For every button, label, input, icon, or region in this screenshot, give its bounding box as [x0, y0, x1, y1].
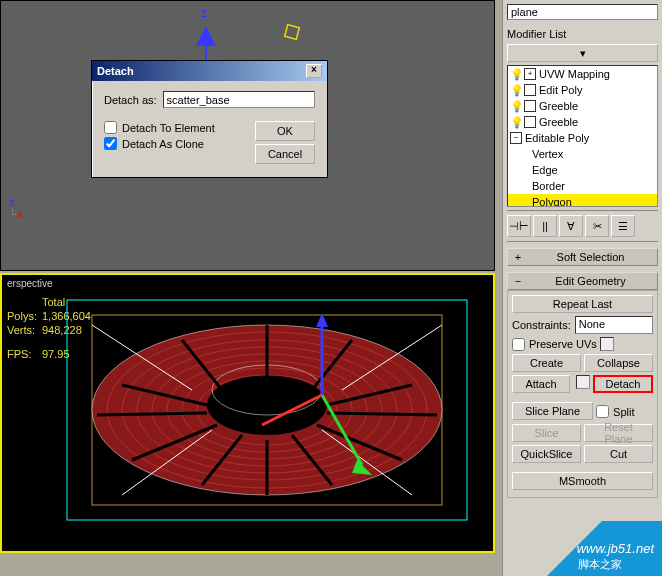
constraints-label: Constraints: [512, 319, 571, 331]
rollout-soft-selection[interactable]: +Soft Selection [507, 248, 658, 266]
slice-plane-button[interactable]: Slice Plane [512, 402, 593, 420]
stack-sub-border[interactable]: Border [508, 178, 657, 194]
close-icon[interactable]: × [306, 64, 322, 78]
stack-item-uvw-mapping[interactable]: 💡+UVW Mapping [508, 66, 657, 82]
reset-plane-button: Reset Plane [584, 424, 653, 442]
stack-item-greeble-1[interactable]: 💡Greeble [508, 98, 657, 114]
detach-dialog: Detach × Detach as: Detach To Element De… [91, 60, 328, 178]
viewport-perspective[interactable]: erspective Total Polys:1,366,604 Verts:9… [0, 273, 495, 553]
attach-list-icon[interactable] [576, 375, 590, 389]
bulb-icon[interactable]: 💡 [510, 100, 522, 112]
axis-z-label: z [201, 6, 207, 20]
detach-as-label: Detach as: [104, 94, 157, 106]
svg-point-10 [207, 375, 327, 435]
detach-as-clone-checkbox[interactable] [104, 137, 117, 150]
bulb-icon[interactable]: 💡 [510, 116, 522, 128]
svg-line-25 [327, 413, 437, 415]
configure-icon[interactable]: ☰ [611, 215, 635, 237]
show-end-result-icon[interactable]: || [533, 215, 557, 237]
dialog-title: Detach [97, 65, 134, 77]
cut-button[interactable]: Cut [584, 445, 653, 463]
modifier-stack[interactable]: 💡+UVW Mapping 💡Edit Poly 💡Greeble 💡Greeb… [507, 65, 658, 207]
detach-button[interactable]: Detach [593, 375, 653, 393]
modifier-list-label: Modifier List [507, 28, 658, 40]
msmooth-button[interactable]: MSmooth [512, 472, 653, 490]
preserve-uvs-settings-icon[interactable] [600, 337, 614, 351]
watermark: www.jb51.net 脚本之家 [502, 521, 662, 576]
detach-as-clone-label: Detach As Clone [122, 138, 204, 150]
model-disc [62, 295, 472, 525]
slice-button: Slice [512, 424, 581, 442]
quickslice-button[interactable]: QuickSlice [512, 445, 581, 463]
command-panel: Modifier List ▾ 💡+UVW Mapping 💡Edit Poly… [502, 0, 662, 576]
dialog-titlebar[interactable]: Detach × [92, 61, 327, 81]
stack-item-greeble-2[interactable]: 💡Greeble [508, 114, 657, 130]
axis-indicator-top: z └x [9, 196, 22, 250]
preserve-uvs-checkbox[interactable] [512, 338, 525, 351]
collapse-button[interactable]: Collapse [584, 354, 653, 372]
constraints-select[interactable]: None [575, 316, 653, 334]
make-unique-icon[interactable]: ∀ [559, 215, 583, 237]
modifier-list-dropdown[interactable]: ▾ [507, 44, 658, 62]
viewport-label: erspective [7, 278, 53, 289]
detach-to-element-label: Detach To Element [122, 122, 215, 134]
stack-sub-vertex[interactable]: Vertex [508, 146, 657, 162]
split-checkbox[interactable] [596, 405, 609, 418]
pin-stack-icon[interactable]: ⊣⊢ [507, 215, 531, 237]
stack-item-editable-poly[interactable]: −Editable Poly [508, 130, 657, 146]
cancel-button[interactable]: Cancel [255, 144, 315, 164]
preserve-uvs-label: Preserve UVs [529, 338, 597, 350]
object-name-input[interactable] [507, 4, 658, 20]
repeat-last-button[interactable]: Repeat Last [512, 295, 653, 313]
stack-item-edit-poly[interactable]: 💡Edit Poly [508, 82, 657, 98]
svg-marker-0 [196, 26, 216, 46]
svg-line-24 [97, 413, 207, 415]
ok-button[interactable]: OK [255, 121, 315, 141]
svg-rect-2 [285, 25, 300, 40]
attach-button[interactable]: Attach [512, 375, 570, 393]
bulb-icon[interactable]: 💡 [510, 84, 522, 96]
detach-as-input[interactable] [163, 91, 315, 108]
stack-sub-edge[interactable]: Edge [508, 162, 657, 178]
stack-sub-polygon[interactable]: Polygon [508, 194, 657, 207]
detach-to-element-checkbox[interactable] [104, 121, 117, 134]
rollout-edit-geometry[interactable]: −Edit Geometry [507, 272, 658, 290]
stack-toolbar: ⊣⊢ || ∀ ✂ ☰ [507, 210, 658, 242]
remove-modifier-icon[interactable]: ✂ [585, 215, 609, 237]
create-button[interactable]: Create [512, 354, 581, 372]
bulb-icon[interactable]: 💡 [510, 68, 522, 80]
